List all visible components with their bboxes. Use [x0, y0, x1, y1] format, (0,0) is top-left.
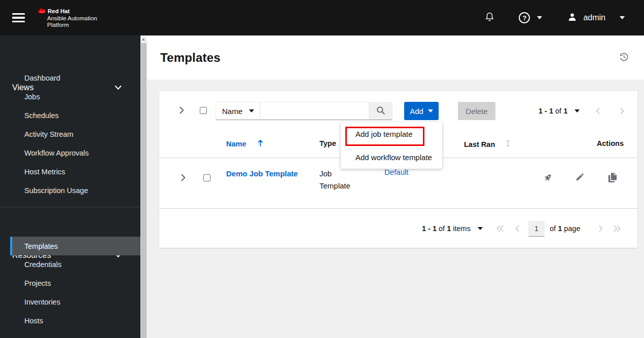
search-submit-button[interactable] [369, 102, 392, 120]
sidebar-item-workflow-approvals[interactable]: Workflow Approvals [24, 147, 89, 159]
delete-button-label: Delete [466, 107, 487, 116]
template-name-link[interactable]: Demo Job Template [226, 168, 298, 180]
help-icon [519, 12, 530, 23]
items-range: 1 - 1 [422, 224, 437, 233]
column-header-actions: Actions [597, 139, 624, 147]
chevron-down-icon [249, 109, 254, 112]
edit-template-button[interactable] [576, 173, 584, 183]
pagination-of: of [555, 107, 561, 115]
sidebar-item-host-metrics[interactable]: Host Metrics [24, 166, 65, 178]
sidebar-divider [0, 207, 140, 207]
page-title: Templates [160, 51, 221, 65]
add-button[interactable]: Add [404, 102, 439, 120]
notifications-button[interactable] [485, 12, 494, 24]
copy-template-button[interactable] [608, 173, 617, 184]
rocket-icon [543, 176, 553, 184]
activity-history-button[interactable] [619, 52, 629, 63]
sidebar-item-hosts[interactable]: Hosts [24, 315, 43, 327]
filter-key-select[interactable]: Name [216, 102, 260, 120]
add-button-label: Add [410, 107, 423, 116]
nav-toggle-button[interactable] [12, 13, 25, 23]
name-header-label: Name [226, 140, 246, 148]
template-type-cell: Job Template [319, 168, 362, 192]
column-header-type: Type [319, 139, 336, 147]
navbar-right: admin [485, 12, 625, 24]
search-icon [376, 106, 385, 117]
scrollbar-thumb[interactable] [141, 43, 147, 338]
prev-page-button[interactable] [511, 222, 523, 235]
brand-product-line1: Ansible Automation [47, 16, 97, 21]
top-pagination: 1 - 1 of 1 [539, 102, 628, 120]
filter-key-value: Name [222, 107, 242, 116]
sidebar-item-label: Templates [24, 242, 58, 250]
per-page-menu-toggle[interactable] [478, 227, 483, 230]
page-navigation: of 1 page [494, 219, 623, 238]
footer-pagination: 1 - 1 of 1 items of 1 page [159, 209, 637, 248]
menu-item-add-workflow-template[interactable]: Add workflow template [341, 145, 442, 169]
expand-all-button[interactable] [174, 102, 189, 120]
sidebar-item-templates[interactable]: Templates [10, 237, 140, 255]
app-root: Red Hat Ansible Automation Platform [0, 0, 644, 338]
sidebar-item-projects[interactable]: Projects [24, 277, 51, 289]
sidebar-item-inventories[interactable]: Inventories [24, 296, 60, 308]
brand-name: Red Hat [48, 9, 69, 14]
brand-logo[interactable]: Red Hat Ansible Automation Platform [38, 8, 97, 28]
sidebar-item-dashboard[interactable]: Dashboard [24, 72, 60, 84]
help-menu-button[interactable] [519, 12, 542, 23]
copy-icon [608, 176, 617, 184]
add-dropdown-menu: Add job template Add workflow template [341, 122, 442, 169]
sort-ascending-icon [258, 139, 263, 148]
chevron-down-icon [537, 16, 542, 19]
user-menu-button[interactable]: admin [567, 12, 625, 23]
items-total: 1 [447, 224, 451, 233]
sidebar: Views Dashboard Jobs Schedules Activity … [0, 35, 140, 338]
chevron-down-icon [428, 109, 433, 112]
launch-template-button[interactable] [543, 173, 553, 184]
brand-product-line2: Platform [47, 22, 97, 28]
pagination-range: 1 - 1 [539, 107, 553, 115]
bell-icon [485, 12, 494, 24]
current-page-input[interactable] [528, 221, 545, 237]
chevron-right-icon [179, 106, 185, 116]
next-page-button[interactable] [616, 105, 628, 117]
menu-item-add-job-template[interactable]: Add job template [341, 122, 442, 145]
organization-link[interactable]: Default [384, 168, 409, 176]
per-page-menu-toggle[interactable] [575, 109, 580, 112]
search-input[interactable] [260, 102, 369, 120]
pencil-icon [576, 175, 584, 183]
page-count-label: of 1 page [550, 224, 581, 233]
sidebar-item-activity-stream[interactable]: Activity Stream [24, 128, 74, 140]
actions-header-label: Actions [597, 139, 624, 147]
sidebar-item-credentials[interactable]: Credentials [24, 258, 61, 271]
last-ran-header-label: Last Ran [464, 140, 495, 148]
chevron-right-icon [181, 174, 186, 183]
sidebar-item-jobs[interactable]: Jobs [24, 91, 40, 103]
select-all-checkbox[interactable] [200, 107, 207, 114]
row-checkbox[interactable] [203, 174, 210, 181]
column-header-last-ran[interactable]: Last Ran [464, 139, 510, 149]
redhat-hat-icon [38, 8, 46, 14]
username-label: admin [583, 13, 605, 22]
delete-button[interactable]: Delete [458, 102, 495, 120]
sidebar-scrollbar[interactable] [140, 35, 147, 338]
sidebar-item-subscription-usage[interactable]: Subscription Usage [24, 184, 88, 197]
pagination-total: 1 [563, 107, 567, 115]
page-header: Templates [147, 35, 644, 80]
templates-list-card: Name Add Delete 1 - 1 of 1 [159, 91, 637, 248]
top-navbar: Red Hat Ansible Automation Platform [0, 0, 644, 35]
scroll-up-button[interactable] [140, 35, 147, 43]
next-page-button[interactable] [595, 222, 607, 235]
items-word: items [453, 224, 471, 233]
type-header-label: Type [319, 139, 336, 147]
last-page-button[interactable] [611, 222, 623, 235]
user-icon [567, 12, 577, 23]
column-header-name[interactable]: Name [226, 139, 263, 148]
first-page-button[interactable] [494, 222, 506, 235]
history-icon [619, 56, 629, 63]
chevron-down-icon [620, 16, 625, 19]
sidebar-item-schedules[interactable]: Schedules [24, 109, 59, 122]
prev-page-button[interactable] [592, 105, 604, 117]
sort-both-icon [506, 139, 510, 149]
row-expand-button[interactable] [176, 169, 190, 187]
chevron-down-icon [115, 83, 122, 92]
